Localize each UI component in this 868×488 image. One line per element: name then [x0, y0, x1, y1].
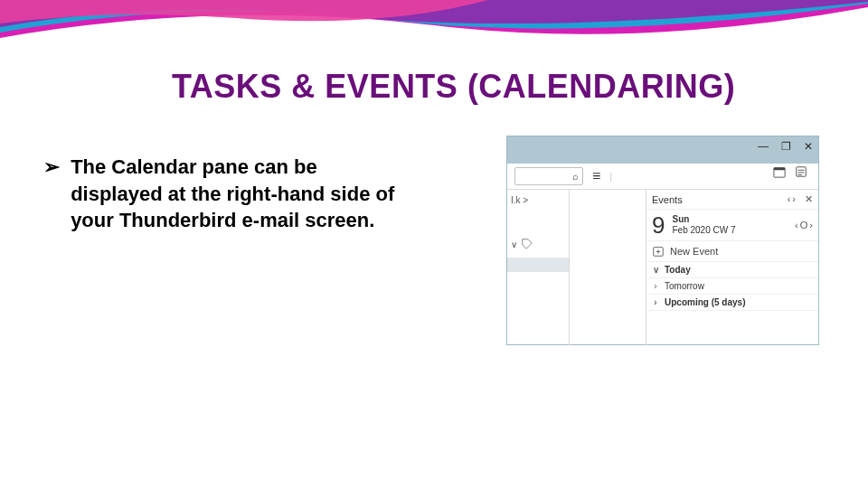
day-of-week: Sun	[672, 214, 735, 226]
calendar-icon[interactable]	[773, 165, 786, 178]
search-input[interactable]: ⌕	[514, 167, 583, 185]
bullet-marker: ➢	[43, 154, 65, 181]
slide-title: TASKS & EVENTS (CALENDARING)	[172, 68, 832, 106]
window-close-icon[interactable]: ✕	[804, 140, 813, 153]
chevron-right-icon: ›	[652, 297, 659, 307]
search-icon: ⌕	[572, 171, 579, 182]
header-ribbon	[0, 0, 868, 41]
events-close-icon[interactable]: ✕	[805, 193, 813, 205]
titlebar-app-icons	[773, 165, 807, 178]
hamburger-menu-icon[interactable]: ≡	[592, 169, 600, 183]
bullet-text: The Calendar pane can be displayed at th…	[71, 154, 396, 234]
section-tomorrow-label: Tomorrow	[665, 281, 704, 291]
events-prev-icon[interactable]: ‹	[788, 193, 791, 205]
left-caret-row[interactable]: ∨	[511, 238, 565, 250]
slide: TASKS & EVENTS (CALENDARING) ➢ The Calen…	[0, 0, 868, 488]
window-titlebar: — ❐ ✕	[507, 136, 818, 164]
new-event-label: New Event	[670, 246, 718, 257]
events-pane: Events ‹ › ✕ 9 Sun Feb 2020 CW 7	[646, 190, 818, 345]
day-subtext: Feb 2020 CW 7	[672, 225, 735, 237]
address-crumb[interactable]: I.k >	[511, 195, 565, 205]
day-today-icon[interactable]: O	[800, 220, 808, 230]
day-next-icon[interactable]: ›	[809, 220, 813, 230]
chevron-right-icon: ›	[652, 281, 659, 291]
tasks-icon[interactable]	[795, 165, 807, 178]
bullet-item: ➢ The Calendar pane can be displayed at …	[43, 154, 401, 234]
toolbar: ⌕ ≡ |	[507, 164, 818, 190]
window-minimize-icon[interactable]: —	[758, 140, 769, 153]
section-today[interactable]: ∨ Today	[646, 262, 818, 278]
section-upcoming[interactable]: › Upcoming (5 days)	[646, 295, 818, 311]
section-tomorrow[interactable]: › Tomorrow	[646, 278, 818, 295]
day-prev-icon[interactable]: ‹	[795, 220, 798, 230]
new-event-button[interactable]: New Event	[646, 241, 818, 262]
chevron-down-icon: ∨	[652, 265, 659, 275]
events-next-icon[interactable]: ›	[792, 193, 796, 205]
chevron-down-icon: ∨	[511, 239, 517, 249]
section-today-label: Today	[665, 265, 691, 275]
label-icon	[521, 238, 533, 250]
calendar-pane-screenshot: — ❐ ✕ ⌕ ≡ | I.k >	[506, 136, 819, 345]
events-header: Events ‹ › ✕	[646, 190, 818, 210]
day-row: 9 Sun Feb 2020 CW 7 ‹ O ›	[646, 210, 818, 241]
day-number: 9	[652, 213, 665, 237]
toolbar-separator: |	[609, 171, 612, 182]
window-restore-icon[interactable]: ❐	[781, 140, 791, 153]
content-gap	[570, 190, 646, 345]
events-label: Events	[652, 194, 683, 205]
new-event-icon	[652, 245, 665, 258]
left-bar	[507, 258, 569, 272]
main-area: I.k > ∨ Events ‹ ›	[507, 190, 818, 345]
window-controls: — ❐ ✕	[758, 140, 813, 153]
left-strip: I.k > ∨	[507, 190, 570, 345]
section-upcoming-label: Upcoming (5 days)	[665, 297, 745, 307]
svg-rect-1	[774, 168, 785, 171]
